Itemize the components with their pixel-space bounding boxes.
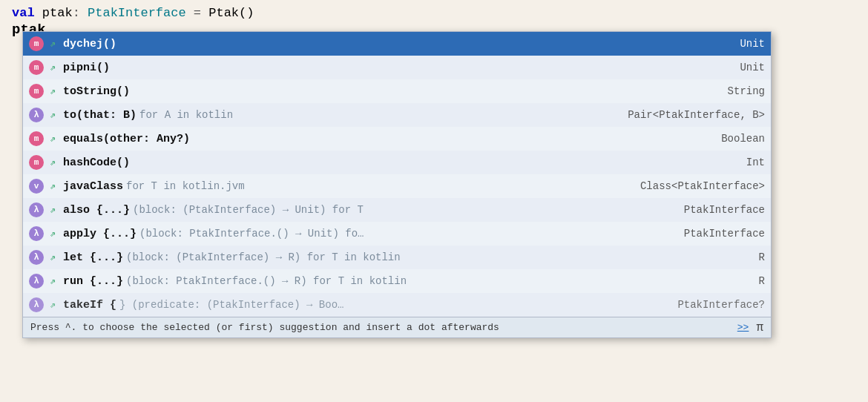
- item-detail-7: (block: (PtakInterface) → Unit) for T: [133, 204, 364, 216]
- badge-m-1: m: [29, 60, 44, 75]
- item-detail-10: (block: PtakInterface.() → R) for T in k…: [126, 275, 407, 287]
- item-detail-6: for T in kotlin.jvm: [126, 180, 245, 192]
- autocomplete-item-0[interactable]: m ⇗ dychej() Unit: [23, 32, 771, 56]
- link-icon-1: ⇗: [47, 62, 59, 73]
- badge-lambda-10: λ: [29, 274, 44, 289]
- autocomplete-item-7[interactable]: λ ⇗ also {...} (block: (PtakInterface) →…: [23, 198, 771, 222]
- item-name-4: equals(other: Any?): [63, 133, 190, 145]
- item-name-6: javaClass: [63, 180, 123, 193]
- return-type-9: R: [747, 251, 765, 263]
- link-icon-0: ⇗: [47, 38, 59, 50]
- item-name-8: apply {...}: [63, 228, 137, 240]
- badge-v-6: v: [29, 179, 44, 194]
- return-type-5: Int: [734, 156, 765, 168]
- code-line-1: val ptak: PtakInterface = Ptak(): [12, 6, 856, 20]
- autocomplete-item-9[interactable]: λ ⇗ let {...} (block: (PtakInterface) → …: [23, 246, 771, 269]
- item-name-3: to(that: B): [63, 109, 137, 122]
- autocomplete-item-3[interactable]: λ ⇗ to(that: B) for A in kotlin Pair<Pta…: [23, 103, 771, 127]
- autocomplete-item-11[interactable]: λ ⇗ takeIf { } (predicate: (PtakInterfac…: [23, 293, 771, 317]
- autocomplete-item-8[interactable]: λ ⇗ apply {...} (block: PtakInterface.()…: [23, 222, 771, 246]
- badge-lambda-9: λ: [29, 250, 44, 265]
- status-link[interactable]: >>: [737, 322, 749, 333]
- return-type-0: Unit: [728, 38, 765, 50]
- autocomplete-item-2[interactable]: m ⇗ toString() String: [23, 79, 771, 103]
- link-icon-4: ⇗: [47, 133, 59, 145]
- badge-lambda-11: λ: [29, 297, 44, 312]
- autocomplete-item-6[interactable]: v ⇗ javaClass for T in kotlin.jvm Class<…: [23, 174, 771, 198]
- autocomplete-item-4[interactable]: m ⇗ equals(other: Any?) Boolean: [23, 127, 771, 151]
- badge-lambda-7: λ: [29, 202, 44, 217]
- link-icon-2: ⇗: [47, 85, 59, 97]
- badge-m-0: m: [29, 36, 44, 51]
- item-name-1: pipni(): [63, 62, 110, 74]
- autocomplete-popup: m ⇗ dychej() Unit m ⇗ pipni() Unit m ⇗ t…: [22, 31, 772, 338]
- item-detail-3: for A in kotlin: [139, 109, 233, 121]
- item-name-0: dychej(): [63, 38, 116, 50]
- item-name-5: hashCode(): [63, 156, 130, 169]
- link-icon-7: ⇗: [47, 204, 59, 216]
- return-type-1: Unit: [728, 62, 765, 73]
- badge-m-2: m: [29, 84, 44, 99]
- item-name-9: let {...}: [63, 251, 123, 264]
- badge-m-5: m: [29, 155, 44, 170]
- pi-icon: π: [756, 321, 763, 335]
- link-icon-9: ⇗: [47, 251, 59, 263]
- link-icon-5: ⇗: [47, 156, 59, 168]
- item-name-7: also {...}: [63, 204, 130, 217]
- item-name-10: run {...}: [63, 275, 123, 288]
- badge-m-4: m: [29, 131, 44, 146]
- link-icon-3: ⇗: [47, 109, 59, 121]
- return-type-10: R: [747, 275, 765, 287]
- item-name-11: takeIf {: [63, 299, 116, 312]
- item-detail-11: } (predicate: (PtakInterface) → Boo…: [119, 299, 343, 311]
- item-detail-8: (block: PtakInterface.() → Unit) fo…: [139, 228, 364, 240]
- autocomplete-item-1[interactable]: m ⇗ pipni() Unit: [23, 56, 771, 79]
- status-bar: Press ^. to choose the selected (or firs…: [23, 317, 771, 337]
- return-type-3: Pair<PtakInterface, B>: [616, 109, 765, 121]
- status-text: Press ^. to choose the selected (or firs…: [30, 322, 734, 333]
- badge-lambda-8: λ: [29, 226, 44, 241]
- return-type-11: PtakInterface?: [665, 299, 765, 311]
- item-name-2: toString(): [63, 85, 130, 98]
- link-icon-6: ⇗: [47, 180, 59, 192]
- return-type-6: Class<PtakInterface>: [628, 180, 765, 192]
- autocomplete-item-5[interactable]: m ⇗ hashCode() Int: [23, 151, 771, 174]
- autocomplete-item-10[interactable]: λ ⇗ run {...} (block: PtakInterface.() →…: [23, 269, 771, 293]
- link-icon-11: ⇗: [47, 299, 59, 311]
- link-icon-8: ⇗: [47, 228, 59, 240]
- badge-lambda-3: λ: [29, 108, 44, 122]
- return-type-4: Boolean: [709, 133, 765, 145]
- item-detail-9: (block: (PtakInterface) → R) for T in ko…: [126, 251, 401, 263]
- return-type-7: PtakInterface: [672, 204, 765, 216]
- link-icon-10: ⇗: [47, 275, 59, 287]
- return-type-8: PtakInterface: [672, 228, 765, 240]
- return-type-2: String: [716, 85, 765, 97]
